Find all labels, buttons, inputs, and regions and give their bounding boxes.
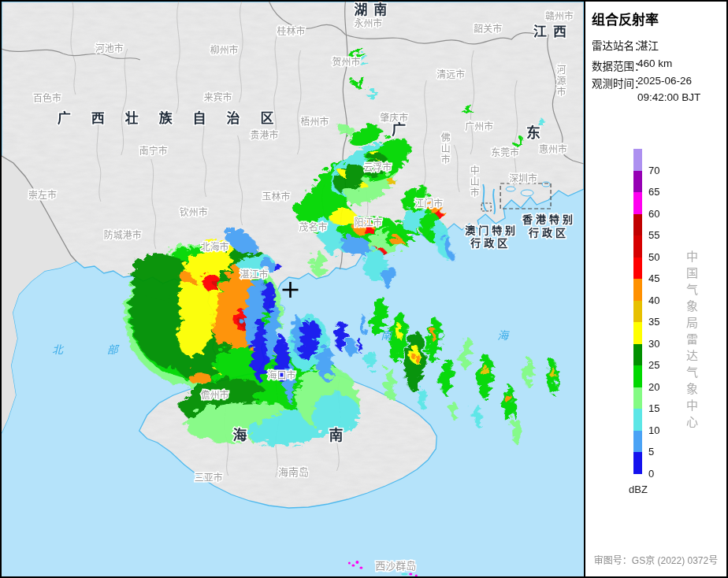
province-label: 广 bbox=[392, 121, 406, 138]
city-label: 深圳市 bbox=[509, 172, 537, 184]
map-approval-number: 审图号：GS京 (2022) 0372号 bbox=[585, 553, 726, 566]
legend-color-swatch bbox=[633, 387, 642, 409]
city-label: 防城港市 bbox=[104, 229, 142, 241]
echo-cell bbox=[343, 335, 352, 354]
city-label: 钦州市 bbox=[180, 206, 208, 218]
islet-dot bbox=[401, 573, 407, 576]
legend-color-swatch bbox=[633, 235, 642, 258]
info-sidebar: 组合反射率 雷达站名： 湛江 数据范围： 460 km 观测时间： 2025-0… bbox=[584, 2, 726, 576]
legend-row: 60 bbox=[633, 192, 696, 214]
echo-cell bbox=[325, 206, 354, 222]
legend-row: 0 bbox=[633, 452, 696, 474]
data-range-value: 460 km bbox=[637, 57, 672, 69]
legend-color-swatch bbox=[633, 214, 642, 236]
city-label: 阳江市 bbox=[354, 217, 382, 228]
islet-dot bbox=[348, 562, 351, 565]
city-label: 南宁市 bbox=[139, 145, 168, 157]
product-title: 组合反射率 bbox=[592, 9, 659, 28]
sea-label: 北部 bbox=[52, 343, 162, 356]
echo-cell bbox=[335, 167, 344, 173]
islet-dot bbox=[351, 565, 355, 567]
city-label: 柳州市 bbox=[210, 44, 239, 56]
echo-cell bbox=[383, 175, 391, 181]
city-label: 贺州市 bbox=[332, 56, 360, 68]
echo-cell bbox=[547, 364, 552, 375]
legend-color-swatch bbox=[633, 171, 642, 193]
agency-watermark: 中国气象局雷达气象中心 bbox=[683, 250, 700, 432]
echo-cell bbox=[503, 391, 508, 402]
station-name-value: 湛江 bbox=[637, 37, 659, 53]
echo-cell bbox=[173, 310, 208, 354]
radar-viewer-window: 河池市百色市柳州市桂林市永州市韶关市赣州市贺州市清远市来宾市南宁市贵港市梧州市肇… bbox=[0, 0, 728, 578]
legend-color-swatch bbox=[633, 149, 642, 171]
city-label: 海南岛 bbox=[278, 466, 309, 478]
city-label: 河池市 bbox=[95, 43, 124, 54]
radar-map: 河池市百色市柳州市桂林市永州市韶关市赣州市贺州市清远市来宾市南宁市贵港市梧州市肇… bbox=[2, 2, 584, 576]
city-label: 西沙群岛 bbox=[375, 560, 416, 572]
legend-color-swatch bbox=[633, 258, 642, 280]
province-label: 江西 bbox=[533, 24, 573, 39]
legend-color-swatch bbox=[633, 322, 642, 344]
legend-color-swatch bbox=[633, 301, 642, 323]
legend-unit: dBZ bbox=[629, 484, 648, 495]
islet-dot bbox=[409, 573, 412, 576]
legend-color-swatch bbox=[633, 365, 642, 387]
echo-cell bbox=[410, 350, 415, 359]
echo-cell bbox=[290, 313, 299, 352]
echo-cell bbox=[314, 343, 330, 377]
city-label: 儋州市 bbox=[201, 389, 229, 401]
city-label: 惠州市 bbox=[539, 143, 567, 155]
city-label: 江门市 bbox=[414, 198, 443, 209]
legend-row: 55 bbox=[633, 214, 696, 236]
sar-label: 澳门特别 bbox=[465, 224, 518, 236]
sar-label: 行政区 bbox=[528, 227, 569, 239]
city-label: 永州市 bbox=[354, 17, 382, 29]
echo-cell bbox=[470, 402, 478, 424]
map-area: 河池市百色市柳州市桂林市永州市韶关市赣州市贺州市清远市来宾市南宁市贵港市梧州市肇… bbox=[2, 2, 584, 576]
obs-clock-value: 09:42:00 BJT bbox=[637, 91, 700, 103]
city-label: 梧州市 bbox=[300, 116, 329, 128]
echo-cell bbox=[447, 398, 453, 417]
echo-cell bbox=[211, 277, 217, 285]
echo-cell bbox=[354, 335, 358, 349]
city-label: 东莞市 bbox=[491, 146, 519, 158]
echo-cell bbox=[509, 416, 518, 441]
city-label: 湛江市 bbox=[240, 269, 269, 280]
city-label: 贵港市 bbox=[251, 129, 279, 141]
sar-label: 行政区 bbox=[470, 237, 511, 249]
city-label: 北海市 bbox=[201, 241, 229, 253]
echo-cell bbox=[364, 346, 372, 369]
legend-color-swatch bbox=[633, 452, 642, 474]
echo-cell bbox=[355, 178, 362, 184]
city-label: 广州市 bbox=[465, 120, 493, 132]
echo-cell bbox=[356, 312, 362, 331]
obs-date-value: 2025-06-26 bbox=[637, 75, 692, 87]
sea-label: 南海 bbox=[381, 329, 584, 342]
sar-label: 香港特别 bbox=[522, 213, 576, 225]
islet-dot bbox=[359, 567, 362, 569]
legend-row: 5 bbox=[633, 431, 696, 453]
city-label: 崇左市 bbox=[28, 189, 57, 201]
legend-color-swatch bbox=[633, 431, 642, 453]
city-label: 佛山市 bbox=[439, 132, 450, 165]
province-label: 海南 bbox=[233, 427, 425, 443]
echo-cell bbox=[271, 262, 280, 270]
legend-color-swatch bbox=[633, 409, 642, 431]
legend-row: 70 bbox=[633, 149, 696, 171]
city-label: 云浮市 bbox=[363, 161, 392, 173]
city-label: 中山市 bbox=[468, 165, 479, 198]
legend-color-swatch bbox=[633, 279, 642, 301]
city-label: 来宾市 bbox=[204, 91, 232, 103]
city-label: 赣州市 bbox=[545, 10, 574, 22]
city-label: 桂林市 bbox=[277, 25, 306, 37]
islet-dot bbox=[355, 561, 358, 564]
echo-cell bbox=[250, 317, 266, 380]
legend-color-swatch bbox=[633, 192, 642, 214]
echo-cell bbox=[309, 249, 323, 274]
echo-cell bbox=[260, 277, 271, 309]
city-label: 三亚市 bbox=[195, 472, 223, 484]
echo-cell bbox=[479, 362, 485, 375]
legend-tick-label: 0 bbox=[648, 468, 654, 480]
city-label: 玉林市 bbox=[262, 191, 291, 202]
echo-cell bbox=[414, 384, 422, 406]
